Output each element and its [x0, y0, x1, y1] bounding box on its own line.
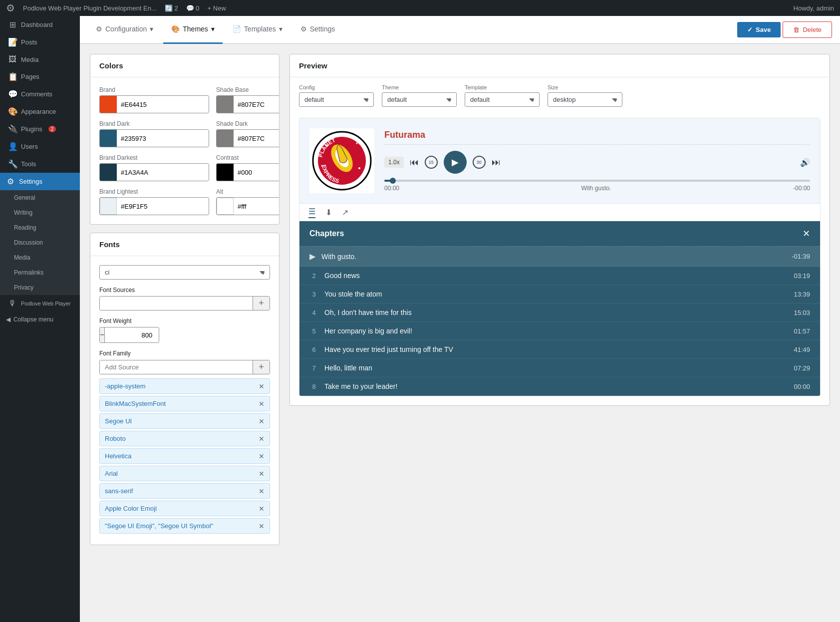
share-icon[interactable]: ↗	[342, 208, 348, 217]
sidebar-item-users[interactable]: 👤 Users	[0, 138, 80, 155]
sidebar-submenu-reading[interactable]: Reading	[0, 220, 80, 235]
sidebar-item-pages[interactable]: 📋 Pages	[0, 68, 80, 85]
sidebar-submenu-writing[interactable]: Writing	[0, 205, 80, 220]
fonts-card-body: ci Font Sources + Font Weight −	[90, 256, 279, 545]
delete-button[interactable]: 🗑 Delete	[783, 21, 832, 38]
writing-label: Writing	[14, 209, 32, 216]
font-sources-input[interactable]	[100, 297, 253, 310]
sidebar-submenu-discussion[interactable]: Discussion	[0, 235, 80, 250]
font-remove-button[interactable]: ✕	[259, 435, 265, 442]
contrast-color-input[interactable]	[234, 164, 280, 181]
sidebar-item-comments[interactable]: 💬 Comments	[0, 85, 80, 103]
list-item[interactable]: sans-serif ✕	[99, 483, 270, 499]
template-select[interactable]: default	[465, 92, 540, 107]
font-family-add-button[interactable]: +	[253, 360, 270, 374]
new-content-link[interactable]: + New	[208, 4, 226, 12]
list-item[interactable]: BlinkMacSystemFont ✕	[99, 396, 270, 411]
tab-settings[interactable]: ⚙ Settings	[292, 16, 343, 44]
font-select[interactable]: ci	[99, 265, 270, 280]
font-select-row: ci	[99, 265, 270, 280]
alt-swatch[interactable]	[217, 198, 234, 215]
contrast-swatch[interactable]	[217, 164, 234, 181]
sidebar-item-appearance[interactable]: 🎨 Appearance	[0, 103, 80, 120]
font-family-add-input[interactable]	[100, 360, 253, 374]
list-item[interactable]: 5 Her company is big and evil! 01:57	[299, 322, 820, 340]
progress-bar-track[interactable]	[384, 180, 810, 182]
font-remove-button[interactable]: ✕	[259, 453, 265, 460]
list-item[interactable]: 4 Oh, I don't have time for this 15:03	[299, 304, 820, 322]
list-item[interactable]: "Segoe UI Emoji", "Segoe UI Symbol" ✕	[99, 518, 270, 534]
chapters-close-button[interactable]: ✕	[803, 228, 810, 239]
brand-swatch[interactable]	[100, 96, 117, 113]
template-select-wrapper: default	[465, 92, 540, 107]
shade-base-swatch[interactable]	[217, 96, 234, 113]
font-remove-button[interactable]: ✕	[259, 488, 265, 495]
sidebar-item-podlove[interactable]: 🎙 Podlove Web Player	[0, 295, 80, 312]
font-remove-button[interactable]: ✕	[259, 383, 265, 390]
list-item[interactable]: -apple-system ✕	[99, 378, 270, 394]
collapse-menu-button[interactable]: ◀ Collapse menu	[0, 312, 80, 327]
font-remove-button[interactable]: ✕	[259, 523, 265, 530]
font-remove-button[interactable]: ✕	[259, 418, 265, 425]
size-select[interactable]: desktop	[548, 92, 622, 107]
list-item[interactable]: Apple Color Emoji ✕	[99, 501, 270, 516]
list-item[interactable]: Roboto ✕	[99, 431, 270, 446]
sidebar-item-media[interactable]: 🖼 Media	[0, 51, 80, 68]
speed-button[interactable]: 1.0x	[384, 157, 404, 168]
brand-color-input[interactable]	[117, 96, 209, 113]
shade-base-color-input[interactable]	[234, 96, 280, 113]
rewind-15-button[interactable]: 15	[425, 156, 438, 169]
brand-lightest-swatch[interactable]	[100, 198, 117, 215]
font-sources-add-button[interactable]: +	[253, 297, 270, 310]
brand-darkest-color-input[interactable]	[117, 164, 209, 181]
download-icon[interactable]: ⬇	[325, 208, 332, 217]
sidebar-item-dashboard[interactable]: ⊞ Dashboard	[0, 16, 80, 33]
sidebar-item-plugins[interactable]: 🔌 Plugins 2	[0, 120, 80, 138]
sidebar-submenu-privacy[interactable]: Privacy	[0, 280, 80, 295]
brand-darkest-swatch[interactable]	[100, 164, 117, 181]
list-item[interactable]: 8 Take me to your leader! 00:00	[299, 377, 820, 396]
list-item[interactable]: 2 Good news 03:19	[299, 267, 820, 285]
brand-lightest-color-input[interactable]	[117, 198, 209, 215]
sidebar-item-tools[interactable]: 🔧 Tools	[0, 155, 80, 173]
theme-select[interactable]: default	[382, 92, 457, 107]
font-remove-button[interactable]: ✕	[259, 505, 265, 512]
list-item[interactable]: ▶ With gusto. -01:39	[299, 247, 820, 267]
shade-dark-color-input[interactable]	[234, 130, 280, 147]
font-remove-button[interactable]: ✕	[259, 470, 265, 477]
contrast-input-row	[216, 163, 280, 181]
list-item[interactable]: Arial ✕	[99, 466, 270, 481]
play-button[interactable]: ▶	[444, 151, 467, 174]
tab-templates[interactable]: 📄 Templates ▾	[225, 16, 290, 44]
font-remove-button[interactable]: ✕	[259, 400, 265, 407]
skip-back-start-button[interactable]: ⏮	[410, 157, 419, 168]
list-item[interactable]: 6 Have you ever tried just turning off t…	[299, 340, 820, 359]
tab-themes[interactable]: 🎨 Themes ▾	[163, 16, 223, 44]
skip-to-end-button[interactable]: ⏭	[492, 157, 501, 168]
player-container: PLANET EXPRESS	[299, 118, 821, 396]
save-button[interactable]: ✓ Save	[737, 22, 781, 37]
list-item[interactable]: Helvetica ✕	[99, 448, 270, 464]
chapters-tab-icon[interactable]: ☰	[308, 207, 315, 218]
shade-dark-swatch[interactable]	[217, 130, 234, 147]
tab-configuration[interactable]: ⚙ Configuration ▾	[88, 16, 161, 44]
brand-dark-swatch[interactable]	[100, 130, 117, 147]
sidebar-item-posts[interactable]: 📝 Posts	[0, 33, 80, 51]
brand-dark-color-input[interactable]	[117, 130, 209, 147]
volume-icon[interactable]: 🔊	[800, 158, 810, 167]
font-weight-input[interactable]	[104, 327, 159, 342]
forward-30-button[interactable]: 30	[473, 156, 486, 169]
font-weight-decrease-button[interactable]: −	[100, 327, 104, 342]
list-item[interactable]: 7 Hello, little man 07:29	[299, 359, 820, 377]
sidebar-submenu-permalinks[interactable]: Permalinks	[0, 265, 80, 280]
sidebar-submenu-media[interactable]: Media	[0, 250, 80, 265]
site-name[interactable]: Podlove Web Player Plugin Development En…	[23, 4, 157, 12]
sidebar-item-settings[interactable]: ⚙ Settings	[0, 173, 80, 190]
config-select[interactable]: default	[299, 92, 374, 107]
updates-link[interactable]: 🔄 2	[165, 4, 178, 12]
list-item[interactable]: 3 You stole the atom 13:39	[299, 285, 820, 304]
sidebar-submenu-general[interactable]: General	[0, 190, 80, 205]
alt-color-input[interactable]	[234, 198, 280, 215]
list-item[interactable]: Segoe UI ✕	[99, 413, 270, 429]
comments-link[interactable]: 💬 0	[186, 4, 200, 12]
